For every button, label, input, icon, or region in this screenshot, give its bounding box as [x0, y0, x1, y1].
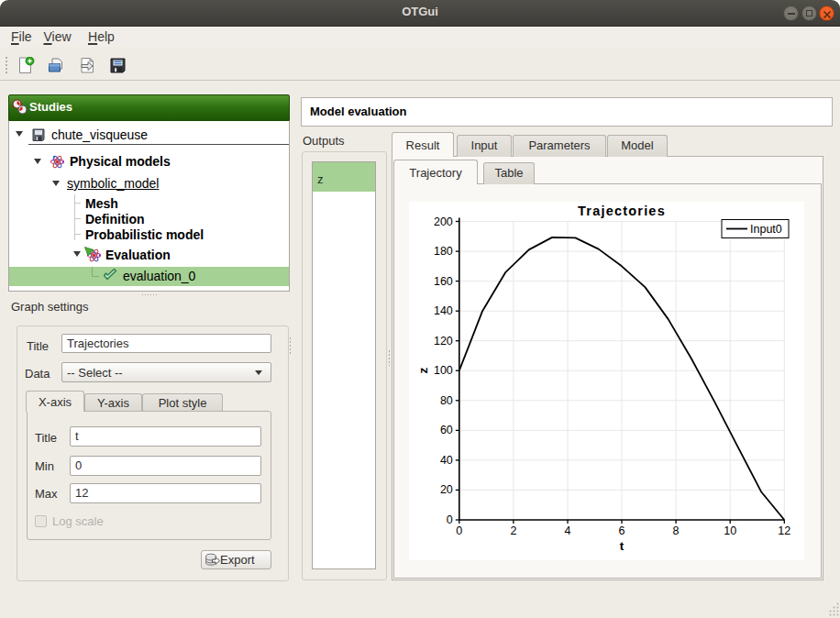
svg-text:Input0: Input0: [750, 223, 782, 236]
svg-text:80: 80: [440, 394, 453, 407]
svg-text:6: 6: [619, 524, 625, 537]
svg-text:60: 60: [440, 424, 453, 436]
svg-text:160: 160: [434, 275, 453, 288]
svg-text:4: 4: [565, 524, 571, 537]
svg-text:10: 10: [724, 524, 736, 537]
svg-text:8: 8: [673, 524, 680, 537]
svg-text:100: 100: [434, 364, 453, 377]
svg-text:180: 180: [434, 245, 453, 258]
svg-text:140: 140: [434, 304, 453, 317]
svg-text:20: 20: [440, 483, 453, 496]
svg-text:Trajectories: Trajectories: [578, 204, 666, 218]
svg-text:t: t: [620, 539, 624, 553]
svg-text:2: 2: [510, 524, 516, 537]
svg-text:120: 120: [434, 335, 453, 348]
svg-text:0: 0: [447, 513, 453, 526]
svg-text:200: 200: [434, 215, 453, 228]
svg-text:12: 12: [778, 524, 790, 537]
svg-text:0: 0: [456, 524, 462, 537]
svg-text:z: z: [416, 368, 430, 374]
svg-text:40: 40: [440, 454, 453, 467]
